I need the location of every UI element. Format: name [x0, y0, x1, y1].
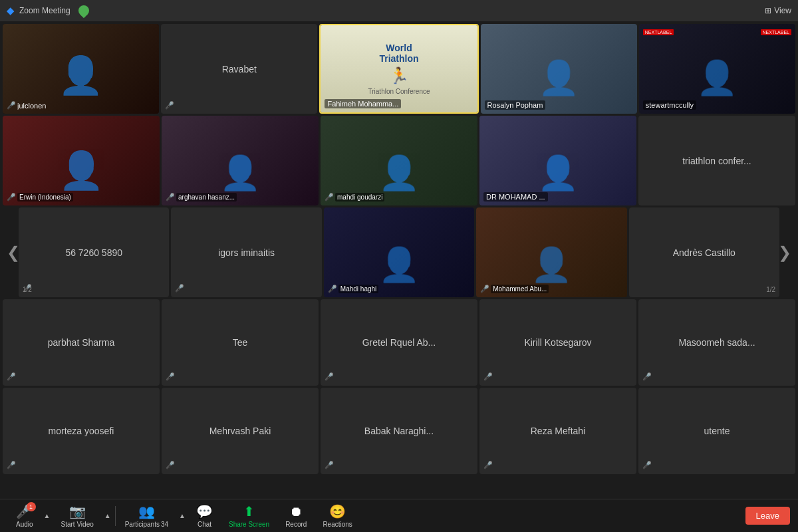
- mute-icon-mahdi: 🎤: [325, 193, 334, 201]
- view-button[interactable]: ⊞ View: [765, 6, 791, 15]
- participant-mahdihaghi: 👤 🎤 Mahdi haghi: [324, 207, 474, 297]
- participant-utente: utente 🎤: [638, 388, 795, 474]
- name-masoomeh: Masoomeh sada...: [676, 334, 757, 350]
- mute-icon-mahdihaghi: 🎤: [328, 285, 337, 293]
- participant-row-5: morteza yoosefi 🎤 Mehrvash Paki 🎤 Babak …: [3, 388, 795, 474]
- name-rosalyn: Rosalyn Popham: [485, 100, 546, 110]
- leave-label: Leave: [756, 511, 779, 521]
- participant-mahdigoudarzi: 👤 🎤 mahdi goudarzi: [321, 116, 477, 205]
- name-parbhat: parbhat Sharma: [45, 334, 117, 350]
- participants-icon: 👥: [138, 503, 155, 519]
- participants-button[interactable]: 👥 Participants 34: [117, 501, 176, 531]
- audio-expand-icon: ▲: [44, 512, 51, 519]
- nav-arrow-right[interactable]: ❯: [778, 243, 791, 262]
- audio-label: Audio: [16, 521, 33, 528]
- participant-triathlon: triathlon confer...: [638, 116, 795, 205]
- participant-row-3: ❮ 56 7260 5890 🎤 1/2 igors iminaitis 🎤 👤…: [3, 207, 795, 297]
- participant-babak: Babak Naraghi... 🎤: [321, 388, 477, 474]
- leave-button[interactable]: Leave: [745, 507, 790, 525]
- video-chevron[interactable]: ▲: [102, 509, 114, 522]
- name-mahdigoudarzi: mahdi goudarzi: [335, 193, 384, 201]
- participant-reza: Reza Meftahi 🎤: [479, 388, 636, 474]
- name-drmohamad: DR MOHAMAD ...: [483, 192, 548, 201]
- reactions-button[interactable]: 😊 Reactions: [315, 501, 360, 531]
- view-label: View: [774, 6, 791, 15]
- chat-label: Chat: [198, 521, 211, 528]
- participant-row-2: 👤 🎤 Erwin (Indonesia) 👤 🎤 arghavan hasan…: [3, 116, 795, 205]
- participants-count: 34: [161, 521, 168, 528]
- participant-julclonen: 👤 🎤 julclonen: [3, 24, 159, 114]
- mute-icon-arghavan: 🎤: [166, 193, 175, 201]
- participant-rosalyn: 👤 Rosalyn Popham: [481, 24, 637, 114]
- participant-row-4: parbhat Sharma 🎤 Tee 🎤 Gretel Rquel Ab..…: [3, 299, 795, 386]
- participant-stewart: 👤 NEXTLABEL NEXTLABEL stewartmccully: [639, 24, 795, 114]
- name-erwin: Erwin (Indonesia): [17, 193, 73, 201]
- reactions-icon: 😊: [329, 503, 346, 519]
- record-label: Record: [285, 521, 307, 528]
- record-button[interactable]: ⏺ Record: [277, 501, 315, 531]
- mute-icon-erwin: 🎤: [7, 193, 16, 201]
- participant-mohammed: 👤 🎤 Mohammed Abu...: [476, 207, 626, 297]
- video-expand-icon: ▲: [104, 512, 111, 519]
- share-screen-icon: ⬆: [243, 503, 255, 519]
- page-right: 1/2: [766, 286, 775, 293]
- name-arghavan: arghavan hasanz...: [176, 193, 237, 201]
- participant-tee: Tee 🎤: [162, 299, 319, 386]
- share-screen-button[interactable]: ⬆ Share Screen: [221, 501, 277, 531]
- participant-masoomeh: Masoomeh sada... 🎤: [638, 299, 795, 386]
- participant-row-1: 👤 🎤 julclonen Ravabet 🎤 WorldTriathlon 🏃…: [3, 24, 795, 114]
- grid-icon: ⊞: [765, 6, 771, 15]
- name-fahimeh: Fahimeh Mohamma...: [325, 99, 401, 108]
- audio-button[interactable]: 1 🎤 Audio: [8, 501, 41, 531]
- meeting-grid: 👤 🎤 julclonen Ravabet 🎤 WorldTriathlon 🏃…: [0, 21, 798, 499]
- page-left: 1/2: [23, 286, 32, 293]
- mute-icon-mohammed: 🎤: [480, 285, 489, 293]
- participant-morteza: morteza yoosefi 🎤: [3, 388, 160, 474]
- titlebar: ◆ Zoom Meeting ⊞ View: [0, 0, 798, 21]
- participant-arghavan: 👤 🎤 arghavan hasanz...: [162, 116, 319, 205]
- chat-button[interactable]: 💬 Chat: [188, 501, 221, 531]
- participant-mehrvash: Mehrvash Paki 🎤: [162, 388, 319, 474]
- name-num56: 56 7260 5890: [63, 245, 125, 261]
- name-tee: Tee: [230, 334, 251, 350]
- chat-icon: 💬: [196, 503, 213, 519]
- name-mahdihaghi: Mahdi haghi: [338, 285, 378, 293]
- participants-chevron[interactable]: ▲: [176, 509, 188, 522]
- mute-icon-kirill: 🎤: [483, 372, 493, 380]
- fahimeh-subtitle: Triathlon Conference: [368, 88, 430, 95]
- name-morteza: morteza yoosefi: [46, 423, 117, 439]
- participant-kirill: Kirill Kotsegarov 🎤: [479, 299, 636, 386]
- mute-icon-tee: 🎤: [166, 372, 175, 380]
- audio-notification: 1: [27, 502, 36, 511]
- participant-parbhat: parbhat Sharma 🎤: [3, 299, 160, 386]
- name-mohammed: Mohammed Abu...: [491, 285, 549, 293]
- mute-icon-igors: 🎤: [175, 284, 184, 292]
- name-reza: Reza Meftahi: [528, 423, 588, 439]
- video-label: Start Video: [61, 521, 93, 528]
- participant-gretel: Gretel Rquel Ab... 🎤: [321, 299, 477, 386]
- name-kirill: Kirill Kotsegarov: [521, 334, 594, 350]
- mute-icon-babak: 🎤: [325, 461, 334, 469]
- separator-1: [115, 506, 116, 526]
- nav-arrow-left[interactable]: ❮: [7, 243, 20, 262]
- video-button[interactable]: 📷 Start Video: [53, 501, 101, 531]
- mute-icon-julclonen: 🎤: [7, 101, 16, 110]
- name-ravabet: Ravabet: [219, 61, 259, 77]
- mute-icon-ravabet: 🎤: [165, 101, 174, 110]
- reactions-label: Reactions: [323, 521, 352, 528]
- name-mehrvash: Mehrvash Paki: [207, 423, 274, 439]
- camera-icon: 📷: [69, 503, 86, 519]
- mute-icon-masoomeh: 🎤: [642, 372, 652, 380]
- name-babak: Babak Naraghi...: [362, 423, 436, 439]
- participant-andres: Andrès Castillo 1/2: [629, 207, 779, 297]
- mute-icon-parbhat: 🎤: [7, 372, 16, 380]
- participants-expand-icon: ▲: [179, 512, 186, 519]
- participant-igors: igors iminaitis 🎤: [171, 207, 321, 297]
- participant-num56: 56 7260 5890 🎤 1/2: [19, 207, 169, 297]
- mute-icon-utente: 🎤: [642, 461, 652, 469]
- name-igors: igors iminaitis: [215, 245, 277, 261]
- name-triathlon: triathlon confer...: [680, 153, 754, 169]
- name-andres: Andrès Castillo: [670, 245, 738, 261]
- audio-chevron[interactable]: ▲: [41, 509, 53, 522]
- mute-icon-gretel: 🎤: [325, 372, 334, 380]
